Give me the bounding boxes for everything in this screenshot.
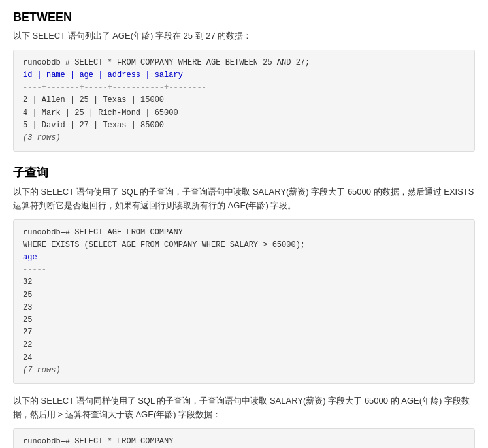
between-code-block: runoobdb=# SELECT * FROM COMPANY WHERE A… bbox=[13, 50, 475, 152]
subquery-code-block-2: runoobdb=# SELECT * FROM COMPANY WHERE A… bbox=[13, 428, 475, 448]
section-between-title: BETWEEN bbox=[13, 10, 475, 24]
between-command: runoobdb=# SELECT * FROM COMPANY WHERE A… bbox=[23, 57, 465, 69]
subquery1-row-5: 27 bbox=[23, 327, 465, 339]
between-row-3: 5 | David | 27 | Texas | 85000 bbox=[23, 120, 465, 132]
section-between: BETWEEN 以下 SELECT 语句列出了 AGE(年龄) 字段在 25 到… bbox=[13, 10, 475, 152]
subquery2-line1: runoobdb=# SELECT * FROM COMPANY bbox=[23, 436, 465, 448]
section-subquery-title: 子查询 bbox=[13, 165, 475, 180]
section-subquery-desc1: 以下的 SELECT 语句使用了 SQL 的子查询，子查询语句中读取 SALAR… bbox=[13, 185, 475, 213]
subquery1-separator: ----- bbox=[23, 264, 465, 276]
subquery1-line1: runoobdb=# SELECT AGE FROM COMPANY bbox=[23, 227, 465, 239]
subquery-code-block-1: runoobdb=# SELECT AGE FROM COMPANY WHERE… bbox=[13, 219, 475, 384]
subquery1-row-6: 22 bbox=[23, 339, 465, 351]
between-rowcount: (3 rows) bbox=[23, 132, 465, 144]
subquery1-row-3: 23 bbox=[23, 302, 465, 314]
between-row-2: 4 | Mark | 25 | Rich-Mond | 65000 bbox=[23, 107, 465, 120]
subquery1-rowcount: (7 rows) bbox=[23, 364, 465, 377]
subquery1-row-2: 25 bbox=[23, 289, 465, 302]
subquery1-row-7: 24 bbox=[23, 352, 465, 364]
between-table-header: id | name | age | address | salary bbox=[23, 69, 465, 82]
section-subquery-desc2: 以下的 SELECT 语句同样使用了 SQL 的子查询，子查询语句中读取 SAL… bbox=[13, 394, 475, 422]
section-between-desc: 以下 SELECT 语句列出了 AGE(年龄) 字段在 25 到 27 的数据： bbox=[13, 29, 475, 43]
between-row-1: 2 | Allen | 25 | Texas | 15000 bbox=[23, 94, 465, 106]
subquery1-header: age bbox=[23, 251, 465, 264]
subquery1-row-1: 32 bbox=[23, 276, 465, 289]
subquery1-line2: WHERE EXISTS (SELECT AGE FROM COMPANY WH… bbox=[23, 239, 465, 251]
between-separator: ----+-------+-----+-----------+-------- bbox=[23, 82, 465, 94]
section-subquery: 子查询 以下的 SELECT 语句使用了 SQL 的子查询，子查询语句中读取 S… bbox=[13, 165, 475, 448]
subquery1-row-4: 25 bbox=[23, 314, 465, 327]
